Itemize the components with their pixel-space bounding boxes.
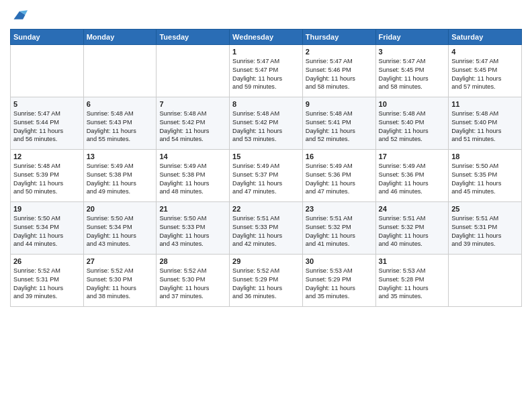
day-info-line: Daylight: 11 hours	[159, 180, 209, 187]
day-info-line: and 45 minutes.	[451, 188, 495, 195]
logo-text	[10, 7, 28, 26]
day-info-line: Daylight: 11 hours	[451, 180, 501, 187]
calendar-day-cell: 6Sunrise: 5:48 AMSunset: 5:43 PMDaylight…	[83, 97, 157, 149]
day-info: Sunrise: 5:52 AMSunset: 5:31 PMDaylight:…	[13, 267, 81, 302]
day-info-line: Sunrise: 5:48 AM	[159, 110, 206, 117]
day-info-line: Sunrise: 5:48 AM	[379, 110, 426, 117]
day-info: Sunrise: 5:51 AMSunset: 5:32 PMDaylight:…	[379, 214, 446, 249]
day-info-line: Sunrise: 5:52 AM	[159, 267, 206, 274]
day-info: Sunrise: 5:47 AMSunset: 5:44 PMDaylight:…	[13, 109, 81, 144]
day-number: 20	[87, 205, 154, 213]
calendar-day-cell: 15Sunrise: 5:49 AMSunset: 5:37 PMDayligh…	[230, 149, 303, 201]
day-info-line: Sunrise: 5:49 AM	[159, 163, 206, 169]
calendar-day-cell: 5Sunrise: 5:47 AMSunset: 5:44 PMDaylight…	[11, 97, 84, 149]
day-info-line: Sunrise: 5:51 AM	[232, 215, 279, 222]
weekday-header: Friday	[375, 29, 449, 44]
day-info-line: Sunset: 5:30 PM	[159, 276, 205, 283]
day-info-line: and 54 minutes.	[159, 136, 203, 142]
day-info-line: and 39 minutes.	[13, 293, 57, 300]
day-info-line: Sunrise: 5:50 AM	[87, 215, 134, 222]
day-info: Sunrise: 5:50 AMSunset: 5:34 PMDaylight:…	[87, 214, 154, 249]
day-info-line: Sunset: 5:37 PM	[232, 171, 278, 178]
day-info-line: Sunrise: 5:48 AM	[87, 110, 134, 117]
day-number: 30	[306, 257, 373, 265]
day-info-line: Daylight: 11 hours	[232, 128, 282, 134]
day-info-line: and 48 minutes.	[159, 188, 203, 195]
day-info: Sunrise: 5:49 AMSunset: 5:37 PMDaylight:…	[232, 162, 300, 197]
day-info-line: Sunrise: 5:47 AM	[232, 58, 279, 64]
day-info-line: Sunrise: 5:49 AM	[306, 163, 353, 169]
day-info-line: Sunset: 5:31 PM	[13, 276, 59, 283]
day-number: 13	[87, 152, 154, 161]
day-number: 14	[159, 152, 226, 161]
calendar-day-cell: 25Sunrise: 5:51 AMSunset: 5:31 PMDayligh…	[449, 201, 522, 254]
calendar-day-cell: 21Sunrise: 5:50 AMSunset: 5:33 PMDayligh…	[157, 201, 230, 254]
weekday-header: Thursday	[302, 29, 375, 44]
day-info-line: and 53 minutes.	[232, 136, 276, 142]
day-number: 5	[13, 100, 81, 108]
day-info: Sunrise: 5:52 AMSunset: 5:29 PMDaylight:…	[232, 267, 300, 302]
day-info-line: and 58 minutes.	[306, 83, 349, 90]
day-info-line: and 39 minutes.	[451, 240, 495, 247]
day-number: 6	[87, 100, 154, 108]
day-info: Sunrise: 5:48 AMSunset: 5:42 PMDaylight:…	[159, 109, 226, 144]
day-info-line: Sunset: 5:34 PM	[13, 224, 59, 230]
day-info-line: Daylight: 11 hours	[87, 128, 136, 134]
calendar-day-cell	[11, 44, 84, 97]
day-info-line: Sunset: 5:47 PM	[232, 66, 278, 73]
calendar-day-cell: 4Sunrise: 5:47 AMSunset: 5:45 PMDaylight…	[449, 44, 522, 97]
weekday-header: Monday	[83, 29, 157, 44]
day-info-line: Sunset: 5:46 PM	[306, 66, 351, 73]
day-info-line: and 58 minutes.	[379, 83, 423, 90]
day-info: Sunrise: 5:49 AMSunset: 5:36 PMDaylight:…	[379, 162, 446, 197]
day-info-line: Sunset: 5:35 PM	[451, 171, 497, 178]
day-number: 28	[159, 257, 226, 265]
day-info-line: and 50 minutes.	[13, 188, 57, 195]
day-info: Sunrise: 5:53 AMSunset: 5:28 PMDaylight:…	[379, 267, 446, 302]
day-number: 11	[451, 100, 519, 108]
day-info-line: and 37 minutes.	[159, 293, 203, 300]
day-info-line: Sunset: 5:32 PM	[306, 224, 351, 230]
day-info: Sunrise: 5:48 AMSunset: 5:43 PMDaylight:…	[87, 109, 154, 144]
calendar-body: 1Sunrise: 5:47 AMSunset: 5:47 PMDaylight…	[11, 44, 522, 306]
calendar-week-row: 19Sunrise: 5:50 AMSunset: 5:34 PMDayligh…	[11, 201, 522, 254]
calendar-day-cell: 23Sunrise: 5:51 AMSunset: 5:32 PMDayligh…	[302, 201, 375, 254]
day-number: 3	[379, 48, 446, 56]
day-info: Sunrise: 5:51 AMSunset: 5:33 PMDaylight:…	[232, 214, 300, 249]
day-info-line: Daylight: 11 hours	[159, 128, 209, 134]
day-info-line: and 47 minutes.	[232, 188, 276, 195]
day-info: Sunrise: 5:48 AMSunset: 5:40 PMDaylight:…	[451, 109, 519, 144]
day-info-line: Sunset: 5:45 PM	[451, 66, 497, 73]
day-info-line: and 52 minutes.	[306, 136, 349, 142]
day-info: Sunrise: 5:49 AMSunset: 5:38 PMDaylight:…	[159, 162, 226, 197]
calendar-day-cell: 28Sunrise: 5:52 AMSunset: 5:30 PMDayligh…	[157, 254, 230, 306]
day-number: 12	[13, 152, 81, 161]
day-info-line: Sunrise: 5:52 AM	[13, 267, 60, 274]
day-info-line: Sunset: 5:42 PM	[159, 119, 205, 126]
day-number: 26	[13, 257, 81, 265]
day-info: Sunrise: 5:51 AMSunset: 5:31 PMDaylight:…	[451, 214, 519, 249]
day-info-line: Sunset: 5:36 PM	[379, 171, 425, 178]
calendar-day-cell: 29Sunrise: 5:52 AMSunset: 5:29 PMDayligh…	[230, 254, 303, 306]
day-info: Sunrise: 5:47 AMSunset: 5:45 PMDaylight:…	[451, 57, 519, 92]
calendar-day-cell	[83, 44, 157, 97]
calendar-week-row: 26Sunrise: 5:52 AMSunset: 5:31 PMDayligh…	[11, 254, 522, 306]
day-info-line: Daylight: 11 hours	[379, 285, 429, 291]
day-info-line: and 38 minutes.	[87, 293, 130, 300]
logo-icon	[11, 7, 28, 23]
calendar-header-row: SundayMondayTuesdayWednesdayThursdayFrid…	[11, 29, 522, 44]
day-info-line: Sunrise: 5:52 AM	[87, 267, 134, 274]
day-number: 19	[13, 205, 81, 213]
day-info-line: Daylight: 11 hours	[232, 180, 282, 187]
day-info-line: Daylight: 11 hours	[379, 232, 429, 239]
day-info-line: Sunset: 5:28 PM	[379, 276, 425, 283]
day-number: 31	[379, 257, 446, 265]
calendar-week-row: 5Sunrise: 5:47 AMSunset: 5:44 PMDaylight…	[11, 97, 522, 149]
day-info-line: Sunset: 5:38 PM	[87, 171, 132, 178]
day-info-line: and 56 minutes.	[13, 136, 57, 142]
day-info: Sunrise: 5:47 AMSunset: 5:46 PMDaylight:…	[306, 57, 373, 92]
day-info-line: and 36 minutes.	[232, 293, 276, 300]
day-info-line: Daylight: 11 hours	[379, 180, 429, 187]
day-info-line: Sunrise: 5:53 AM	[379, 267, 426, 274]
day-info-line: Sunset: 5:31 PM	[451, 224, 497, 230]
